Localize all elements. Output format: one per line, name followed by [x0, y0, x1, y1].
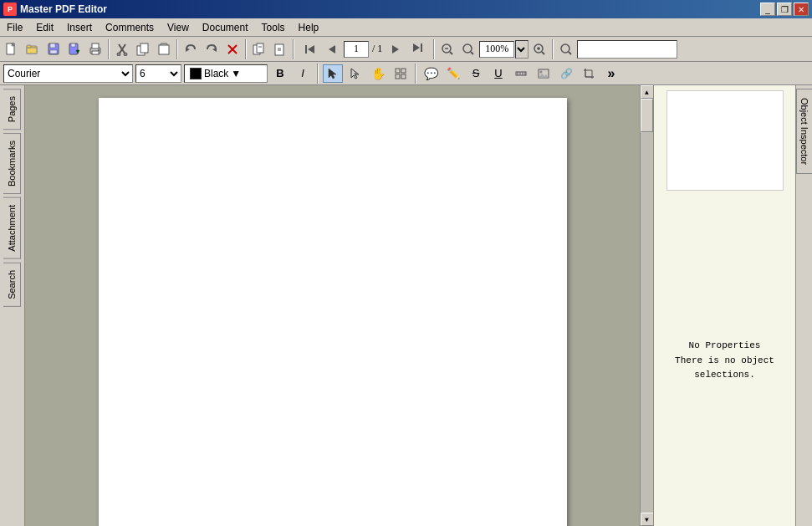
close-button[interactable]: ✕ [794, 3, 809, 16]
svg-rect-5 [27, 45, 31, 48]
menu-file[interactable]: File [0, 18, 29, 36]
font-select[interactable]: Courier [3, 64, 133, 83]
search-icon-btn[interactable] [556, 39, 576, 59]
svg-rect-4 [27, 48, 37, 54]
grid-tool-button[interactable] [391, 64, 411, 83]
select-tool-button[interactable] [323, 64, 343, 83]
menu-view[interactable]: View [161, 18, 196, 36]
object-inspector: No Properties There is no object selecti… [654, 196, 795, 526]
menu-insert[interactable]: Insert [60, 18, 99, 36]
zoom-input[interactable] [479, 41, 514, 58]
svg-line-50 [569, 52, 571, 54]
link-button[interactable]: 🔗 [556, 64, 576, 83]
menu-tools[interactable]: Tools [255, 18, 292, 36]
open-button[interactable] [23, 39, 43, 59]
color-picker-button[interactable]: Black ▼ [184, 64, 268, 83]
color-label: Black [204, 68, 228, 79]
last-page-button[interactable] [407, 39, 427, 59]
paste-page-button[interactable] [270, 39, 290, 59]
zoom-out-button[interactable] [437, 39, 457, 59]
svg-rect-21 [140, 43, 148, 53]
first-page-button[interactable] [300, 39, 320, 59]
svg-point-18 [117, 53, 120, 56]
font-size-select[interactable]: 6 [135, 64, 181, 83]
bookmarks-tab[interactable]: Bookmarks [3, 133, 21, 194]
text-select-button[interactable]: T [345, 64, 365, 83]
svg-marker-37 [392, 45, 399, 54]
comment-button[interactable]: 💬 [421, 64, 441, 83]
copy-page-button[interactable] [249, 39, 269, 59]
zoom-in-button[interactable] [529, 39, 549, 59]
svg-rect-7 [50, 43, 55, 48]
object-inspector-content: No Properties There is no object selecti… [654, 85, 795, 526]
next-page-button[interactable] [386, 39, 406, 59]
save-as-button[interactable] [64, 39, 84, 59]
separator-2 [176, 39, 178, 59]
svg-marker-51 [329, 69, 336, 79]
zoom-dropdown[interactable]: 100%75%50%150%200% [515, 40, 529, 59]
app-icon: P [3, 3, 17, 16]
no-properties-line2: There is no object [675, 354, 774, 369]
color-swatch [190, 68, 202, 79]
page-thumbnail [666, 90, 784, 191]
svg-point-64 [540, 70, 543, 73]
underline-button[interactable]: U [488, 64, 508, 83]
svg-rect-23 [159, 45, 169, 54]
prev-page-button[interactable] [322, 39, 342, 59]
svg-rect-29 [257, 43, 263, 53]
paste-button[interactable] [154, 39, 174, 59]
menu-help[interactable]: Help [292, 18, 326, 36]
scroll-thumb[interactable] [641, 99, 653, 132]
menu-edit[interactable]: Edit [29, 18, 60, 36]
svg-line-48 [542, 52, 544, 54]
page-number-input[interactable] [344, 41, 369, 58]
object-inspector-tab[interactable]: Object Inspector [796, 89, 813, 174]
pages-tab[interactable]: Pages [3, 89, 21, 130]
strikethrough-button[interactable]: S [466, 64, 486, 83]
svg-text:T: T [354, 72, 357, 77]
separator-5 [433, 39, 435, 59]
menu-document[interactable]: Document [196, 18, 255, 36]
delete-button[interactable] [222, 39, 243, 59]
menu-comments[interactable]: Comments [99, 18, 161, 36]
more-tools-button[interactable]: » [601, 64, 621, 83]
redo-button[interactable] [202, 39, 222, 59]
copy-button[interactable] [133, 39, 153, 59]
italic-button[interactable]: I [293, 64, 313, 83]
minimize-button[interactable]: _ [760, 3, 775, 16]
svg-marker-35 [308, 45, 314, 54]
svg-marker-24 [186, 48, 190, 52]
format-toolbar: Courier 6 Black ▼ B I T ✋ 💬 ✏️ S U 🔗 » [0, 62, 812, 85]
image-button[interactable] [534, 64, 554, 83]
hand-tool-button[interactable]: ✋ [368, 64, 388, 83]
separator-1 [108, 39, 110, 59]
scroll-down-button[interactable]: ▼ [641, 513, 654, 526]
bold-button[interactable]: B [270, 64, 290, 83]
cut-button[interactable] [112, 39, 132, 59]
print-button[interactable] [85, 39, 105, 59]
document-area[interactable] [25, 85, 640, 526]
search-tab[interactable]: Search [3, 263, 21, 307]
attachment-tab[interactable]: Attachment [3, 197, 21, 259]
vertical-scrollbar[interactable]: ▲ ▼ [640, 85, 653, 526]
svg-marker-65 [539, 74, 549, 78]
restore-button[interactable]: ❒ [777, 3, 792, 16]
zoom-fit-button[interactable] [458, 39, 478, 59]
scroll-track[interactable] [641, 99, 653, 513]
format-sep-1 [317, 64, 319, 84]
svg-rect-56 [396, 74, 400, 79]
main-toolbar: / 1 100%75%50%150%200% [0, 37, 812, 62]
crop-button[interactable] [579, 64, 599, 83]
measure-button[interactable] [511, 64, 531, 83]
pen-button[interactable]: ✏️ [443, 64, 463, 83]
undo-button[interactable] [181, 39, 201, 59]
scroll-up-button[interactable]: ▲ [641, 85, 654, 99]
search-input[interactable] [577, 40, 677, 59]
window-title: Master PDF Editor [20, 3, 107, 15]
separator-6 [552, 39, 554, 59]
new-button[interactable] [2, 39, 22, 59]
format-sep-2 [415, 64, 416, 84]
svg-rect-13 [92, 43, 99, 49]
save-button[interactable] [43, 39, 64, 59]
svg-line-44 [471, 52, 473, 54]
